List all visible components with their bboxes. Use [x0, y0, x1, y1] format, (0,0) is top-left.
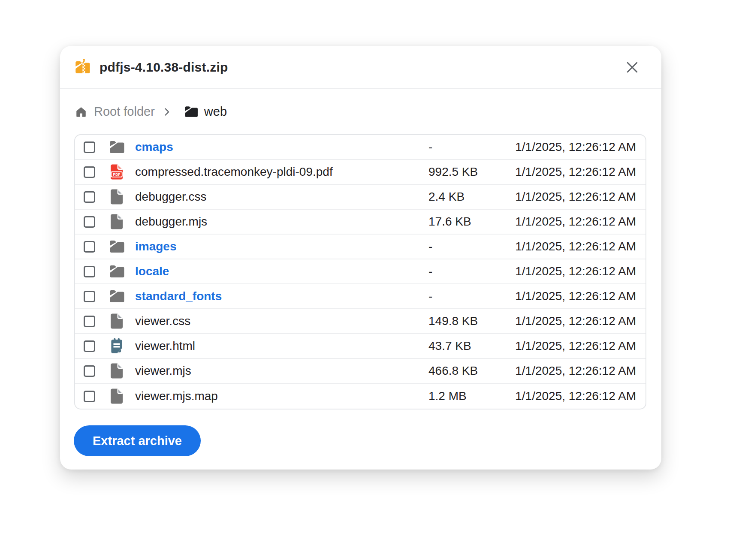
pdf-file-icon: PDF: [108, 163, 126, 181]
table-row[interactable]: debugger.mjs 17.6 KB 1/1/2025, 12:26:12 …: [75, 210, 645, 235]
file-size: -: [428, 240, 514, 253]
file-size: -: [428, 140, 514, 154]
folder-icon: [108, 262, 126, 280]
file-modified: 1/1/2025, 12:26:12 AM: [514, 190, 645, 204]
file-icon: [108, 312, 126, 330]
breadcrumb-current-folder: web: [204, 105, 227, 119]
file-modified: 1/1/2025, 12:26:12 AM: [514, 389, 645, 403]
pdf-badge-label: PDF: [113, 172, 121, 177]
row-icon-holder: [107, 286, 127, 306]
file-size: -: [428, 289, 514, 303]
row-checkbox[interactable]: [84, 365, 95, 377]
table-row[interactable]: standard_fonts - 1/1/2025, 12:26:12 AM: [75, 284, 645, 309]
folder-link[interactable]: standard_fonts: [135, 289, 428, 303]
checkbox-cell: [84, 266, 96, 277]
file-size: 149.8 KB: [428, 314, 514, 328]
window-title: pdfjs-4.10.38-dist.zip: [100, 60, 228, 75]
row-icon-holder: [107, 187, 127, 207]
checkbox-cell: [84, 216, 96, 228]
breadcrumb: Root folder web: [60, 89, 661, 134]
table-row[interactable]: viewer.css 149.8 KB 1/1/2025, 12:26:12 A…: [75, 309, 645, 334]
current-folder-icon: [183, 104, 199, 120]
table-row[interactable]: cmaps - 1/1/2025, 12:26:12 AM: [75, 135, 645, 160]
row-checkbox[interactable]: [84, 340, 95, 352]
row-icon-holder: [107, 336, 127, 356]
folder-icon: [108, 238, 126, 256]
folder-link[interactable]: cmaps: [135, 140, 428, 154]
row-icon-holder: [107, 262, 127, 281]
file-icon: [108, 362, 126, 380]
file-table: cmaps - 1/1/2025, 12:26:12 AM PDF compre…: [74, 134, 646, 409]
folder-icon: [108, 138, 126, 156]
row-checkbox[interactable]: [84, 291, 95, 302]
file-name: compressed.tracemonkey-pldi-09.pdf: [135, 165, 428, 179]
row-icon-holder: [107, 386, 127, 406]
row-checkbox[interactable]: [84, 216, 95, 228]
file-modified: 1/1/2025, 12:26:12 AM: [514, 339, 645, 353]
file-name: viewer.html: [135, 339, 428, 353]
row-checkbox[interactable]: [84, 191, 95, 203]
file-icon: [108, 188, 126, 206]
zip-folder-icon: [73, 58, 91, 76]
table-row[interactable]: viewer.html 43.7 KB 1/1/2025, 12:26:12 A…: [75, 334, 645, 359]
file-size: 43.7 KB: [428, 339, 514, 353]
row-checkbox[interactable]: [84, 166, 95, 178]
file-size: 17.6 KB: [428, 215, 514, 229]
table-row[interactable]: locale - 1/1/2025, 12:26:12 AM: [75, 259, 645, 284]
row-checkbox[interactable]: [84, 316, 95, 327]
file-size: 2.4 KB: [428, 190, 514, 204]
file-modified: 1/1/2025, 12:26:12 AM: [514, 314, 645, 328]
row-checkbox[interactable]: [84, 391, 95, 402]
checkbox-cell: [84, 340, 96, 352]
checkbox-cell: [84, 316, 96, 327]
checkbox-cell: [84, 191, 96, 203]
file-modified: 1/1/2025, 12:26:12 AM: [514, 240, 645, 253]
table-row[interactable]: viewer.mjs 466.8 KB 1/1/2025, 12:26:12 A…: [75, 359, 645, 384]
table-row[interactable]: images - 1/1/2025, 12:26:12 AM: [75, 235, 645, 259]
file-modified: 1/1/2025, 12:26:12 AM: [514, 140, 645, 154]
row-checkbox[interactable]: [84, 142, 95, 153]
file-name: viewer.mjs: [135, 364, 428, 378]
breadcrumb-root-folder[interactable]: Root folder: [94, 105, 155, 119]
file-modified: 1/1/2025, 12:26:12 AM: [514, 215, 645, 229]
row-icon-holder: [107, 361, 127, 381]
file-icon: [108, 213, 126, 231]
file-size: -: [428, 265, 514, 278]
file-name: viewer.css: [135, 314, 428, 328]
checkbox-cell: [84, 142, 96, 153]
folder-link[interactable]: images: [135, 240, 428, 253]
table-row[interactable]: viewer.mjs.map 1.2 MB 1/1/2025, 12:26:12…: [75, 384, 645, 409]
file-name: debugger.css: [135, 190, 428, 204]
checkbox-cell: [84, 291, 96, 302]
dialog-header: pdfjs-4.10.38-dist.zip: [60, 46, 661, 89]
table-row[interactable]: debugger.css 2.4 KB 1/1/2025, 12:26:12 A…: [75, 185, 645, 210]
row-checkbox[interactable]: [84, 241, 95, 253]
file-size: 1.2 MB: [428, 389, 514, 403]
file-modified: 1/1/2025, 12:26:12 AM: [514, 364, 645, 378]
zip-viewer-dialog: pdfjs-4.10.38-dist.zip Root folder web: [60, 46, 661, 470]
file-name: viewer.mjs.map: [135, 389, 428, 403]
html-file-icon: [108, 337, 126, 355]
row-checkbox[interactable]: [84, 266, 95, 277]
row-icon-holder: [107, 311, 127, 331]
file-modified: 1/1/2025, 12:26:12 AM: [514, 165, 645, 179]
folder-link[interactable]: locale: [135, 265, 428, 278]
extract-archive-button[interactable]: Extract archive: [74, 425, 201, 456]
file-icon: [108, 387, 126, 405]
chevron-right-icon: [162, 107, 172, 117]
file-modified: 1/1/2025, 12:26:12 AM: [514, 265, 645, 278]
file-modified: 1/1/2025, 12:26:12 AM: [514, 289, 645, 303]
file-name: debugger.mjs: [135, 215, 428, 229]
file-size: 466.8 KB: [428, 364, 514, 378]
checkbox-cell: [84, 365, 96, 377]
row-icon-holder: PDF: [107, 162, 127, 182]
checkbox-cell: [84, 166, 96, 178]
home-icon[interactable]: [75, 105, 87, 118]
close-button[interactable]: [622, 57, 642, 78]
row-icon-holder: [107, 137, 127, 157]
table-row[interactable]: PDF compressed.tracemonkey-pldi-09.pdf 9…: [75, 160, 645, 185]
row-icon-holder: [107, 212, 127, 232]
checkbox-cell: [84, 241, 96, 253]
folder-icon: [108, 287, 126, 305]
row-icon-holder: [107, 237, 127, 256]
